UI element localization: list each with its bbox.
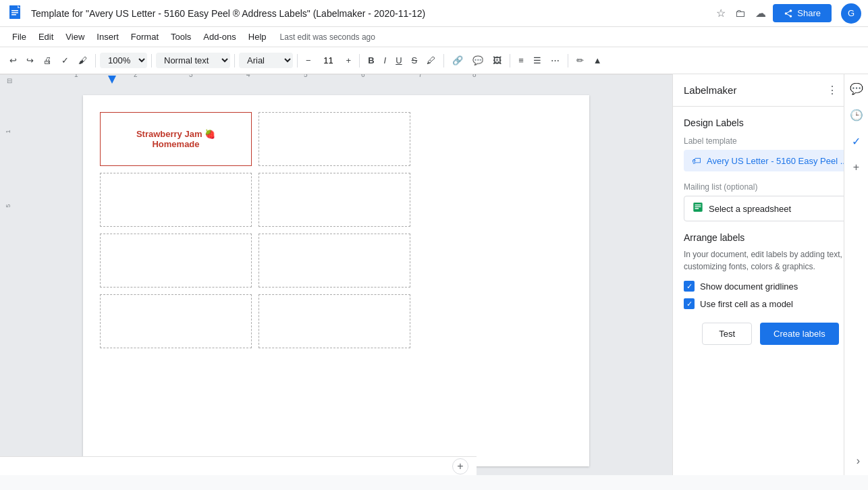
label-cell-r4-1: [100, 294, 252, 348]
clock-icon[interactable]: 🕒: [847, 106, 866, 124]
font-select[interactable]: Arial: [239, 53, 293, 68]
left-margin-indicators: 1 5: [3, 128, 13, 209]
user-avatar[interactable]: G: [841, 3, 861, 24]
last-edit-status: Last edit was seconds ago: [280, 32, 375, 42]
first-cell-checkbox[interactable]: ✓: [684, 298, 695, 309]
undo-button[interactable]: ↩: [5, 53, 21, 68]
svg-rect-8: [695, 207, 701, 207]
print-button[interactable]: 🖨: [39, 53, 56, 68]
margin-label-5: 5: [5, 204, 11, 207]
menu-file[interactable]: File: [7, 29, 32, 45]
mailing-list-label: Mailing list (optional): [684, 182, 857, 192]
arrange-labels-desc: In your document, edit labels by adding …: [684, 248, 857, 273]
list-button[interactable]: ☰: [529, 53, 545, 68]
collapse-button[interactable]: ▲: [589, 53, 606, 68]
check-icon-2: ✓: [686, 300, 693, 308]
style-select[interactable]: Normal text: [156, 53, 230, 68]
ruler-tick-3: 3: [189, 74, 193, 78]
gridlines-checkbox[interactable]: ✓: [684, 281, 695, 292]
sidebar-title: Labelmaker: [684, 84, 736, 96]
label-template-label: Label template: [684, 136, 857, 146]
paint-format-button[interactable]: 🖌: [74, 53, 91, 68]
svg-rect-5: [11, 14, 16, 16]
align-button[interactable]: ≡: [514, 53, 528, 68]
ruler-tick-8: 8: [472, 74, 477, 78]
toolbar-sep-2: [151, 54, 152, 67]
label-cell-2: [259, 112, 410, 166]
increase-font-button[interactable]: +: [342, 53, 356, 68]
menu-help[interactable]: Help: [243, 29, 272, 45]
document-area: ⊟ 1 2 3 4 5 6 7 8 1 5 Strawberry Jam: [0, 74, 672, 475]
main-area: ⊟ 1 2 3 4 5 6 7 8 1 5 Strawberry Jam: [0, 74, 868, 475]
select-spreadsheet-label: Select a spreadsheet: [709, 204, 791, 214]
menu-tools[interactable]: Tools: [165, 29, 196, 45]
test-button[interactable]: Test: [702, 323, 752, 345]
ruler-tick-1: 1: [74, 74, 78, 78]
right-edge-icons: 💬 🕒 ✓ + ›: [844, 74, 868, 475]
cloud-button[interactable]: ☁: [753, 4, 769, 22]
plus-icon[interactable]: +: [850, 159, 862, 176]
star-button[interactable]: ☆: [713, 4, 728, 22]
create-labels-button[interactable]: Create labels: [760, 323, 839, 345]
ruler-tick-4: 4: [246, 74, 250, 78]
menu-format[interactable]: Format: [126, 29, 164, 45]
menu-addons[interactable]: Add-ons: [198, 29, 241, 45]
label-grid-row3: [97, 230, 576, 291]
labelmaker-sidebar: Labelmaker ⋮ ✕ Design Labels Label templ…: [672, 74, 868, 475]
pen-button[interactable]: ✏: [572, 53, 588, 68]
bold-button[interactable]: B: [364, 53, 378, 68]
arrange-labels-title: Arrange labels: [684, 232, 857, 243]
design-labels-title: Design Labels: [684, 117, 857, 128]
highlight-button[interactable]: 🖊: [423, 53, 439, 68]
svg-rect-3: [11, 10, 18, 11]
check-circle-icon[interactable]: ✓: [849, 132, 863, 151]
label-grid: Strawberry Jam 🍓 Homemade: [97, 109, 576, 169]
select-spreadsheet-button[interactable]: Select a spreadsheet: [684, 196, 857, 221]
document-page[interactable]: Strawberry Jam 🍓 Homemade: [83, 95, 589, 466]
menu-edit[interactable]: Edit: [33, 29, 59, 45]
zoom-select[interactable]: 100%: [100, 53, 147, 68]
spellcheck-button[interactable]: ✓: [57, 53, 73, 68]
chevron-right-icon[interactable]: ›: [854, 452, 863, 470]
label-grid-row2: [97, 169, 576, 230]
font-size-input[interactable]: [317, 55, 341, 65]
optional-label: (optional): [724, 182, 757, 192]
underline-button[interactable]: U: [391, 53, 406, 68]
check-icon: ✓: [686, 282, 693, 291]
sidebar-content: Design Labels Label template 🏷 Avery US …: [673, 107, 868, 475]
label-line2: Homemade: [152, 139, 199, 149]
menu-insert[interactable]: Insert: [91, 29, 124, 45]
first-label-cell[interactable]: Strawberry Jam 🍓 Homemade: [100, 112, 252, 166]
italic-button[interactable]: I: [380, 53, 391, 68]
ruler-marker: [108, 76, 116, 84]
strikethrough-button[interactable]: S: [408, 53, 422, 68]
toolbar-sep-7: [510, 54, 510, 67]
label-cell-r3-1: [100, 234, 252, 288]
comment-button[interactable]: 💬: [468, 53, 487, 68]
add-page-button[interactable]: +: [452, 458, 468, 474]
share-button[interactable]: Share: [773, 4, 832, 22]
margin-label-1: 1: [5, 130, 11, 133]
ruler: ⊟ 1 2 3 4 5 6 7 8: [0, 74, 672, 75]
svg-rect-9: [695, 208, 699, 209]
title-actions: ☆ 🗀 ☁ Share G: [713, 3, 861, 24]
menu-view[interactable]: View: [60, 29, 90, 45]
label-template-button[interactable]: 🏷 Avery US Letter - 5160 Easy Peel ...: [684, 150, 857, 171]
svg-rect-4: [11, 12, 18, 13]
ruler-icon: ⊟: [7, 77, 12, 84]
bottom-bar: +: [0, 456, 477, 475]
ruler-tick-5: 5: [304, 74, 308, 78]
toolbar-sep-6: [443, 54, 444, 67]
chat-icon[interactable]: 💬: [847, 80, 866, 98]
sidebar-more-button[interactable]: ⋮: [824, 82, 840, 98]
redo-button[interactable]: ↪: [22, 53, 38, 68]
share-label: Share: [797, 8, 821, 18]
label-template-name: Avery US Letter - 5160 Easy Peel ...: [707, 156, 848, 166]
more-button[interactable]: ⋯: [547, 53, 564, 68]
image-button[interactable]: 🖼: [489, 53, 506, 68]
link-button[interactable]: 🔗: [448, 53, 467, 68]
toolbar: ↩ ↪ 🖨 ✓ 🖌 100% Normal text Arial − + B I…: [0, 47, 868, 74]
decrease-font-button[interactable]: −: [302, 53, 315, 68]
folder-button[interactable]: 🗀: [732, 5, 749, 22]
ruler-tick-7: 7: [418, 74, 423, 78]
